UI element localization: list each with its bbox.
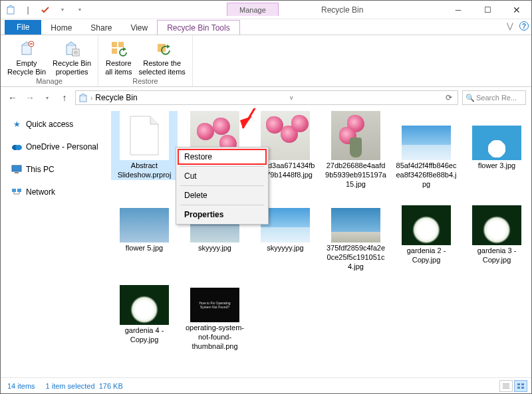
- title-bar: | ▾ ▾ Manage Recycle Bin ─ ☐ ✕: [1, 1, 531, 19]
- file-item-gardenia-4[interactable]: gardenia 4 - Copy.jpg: [111, 281, 178, 345]
- recycle-bin-properties-button[interactable]: Recycle Bin properties: [50, 38, 94, 77]
- forward-button[interactable]: →: [23, 91, 37, 104]
- svg-rect-19: [521, 383, 524, 385]
- tab-file[interactable]: File: [5, 20, 41, 35]
- file-item-flower-3[interactable]: flower 3.jpg: [464, 111, 530, 171]
- bin-properties-label: Recycle Bin properties: [53, 59, 91, 76]
- qat-checkmark-icon[interactable]: [38, 3, 53, 17]
- image-thumbnail: [120, 285, 169, 325]
- tab-home[interactable]: Home: [41, 21, 81, 35]
- nav-onedrive[interactable]: OneDrive - Personal: [10, 139, 102, 155]
- restore-all-label: Restore all items: [105, 59, 132, 76]
- ribbon-group-manage: Manage: [36, 77, 63, 86]
- back-button[interactable]: ←: [6, 91, 19, 104]
- minimize-button[interactable]: ─: [444, 1, 473, 19]
- image-thumbnail: [331, 111, 380, 160]
- up-button[interactable]: ↑: [58, 91, 71, 104]
- svg-rect-0: [7, 7, 14, 14]
- context-menu-separator: [180, 166, 264, 167]
- file-label: Abstract Slideshow.prproj: [112, 161, 176, 180]
- address-dropdown-icon[interactable]: v: [290, 94, 293, 101]
- context-menu: Restore Cut Delete Properties: [176, 147, 269, 225]
- search-icon: 🔍: [466, 94, 475, 102]
- tab-view[interactable]: View: [121, 21, 157, 35]
- file-item-sky-1[interactable]: 85af4d2f4ffb846ecea8f3426f8e88b4.jpg: [393, 111, 460, 189]
- file-label: flower 5.jpg: [112, 244, 176, 253]
- recent-locations-dropdown[interactable]: ▾: [41, 91, 54, 104]
- nav-this-pc-label: This PC: [26, 165, 55, 174]
- context-menu-restore[interactable]: Restore: [178, 149, 267, 165]
- empty-bin-icon: [17, 39, 36, 58]
- breadcrumb-chevron-icon[interactable]: ›: [90, 94, 92, 102]
- qat-separator: |: [21, 3, 35, 17]
- file-thumbnail: [120, 111, 169, 160]
- file-label: gardenia 2 - Copy.jpg: [394, 246, 458, 265]
- svg-point-11: [15, 145, 22, 150]
- file-item-flower-5[interactable]: flower 5.jpg: [111, 201, 178, 253]
- breadcrumb-location[interactable]: Recycle Bin: [95, 93, 137, 102]
- nav-onedrive-label: OneDrive - Personal: [26, 142, 98, 151]
- nav-this-pc[interactable]: This PC: [10, 161, 102, 177]
- nav-quick-access-label: Quick access: [26, 120, 73, 129]
- context-menu-cut[interactable]: Cut: [178, 168, 267, 184]
- address-bar-row: ← → ▾ ↑ › Recycle Bin v ⟳ 🔍 Search Re...: [1, 87, 531, 108]
- ribbon: Empty Recycle Bin Recycle Bin properties…: [1, 35, 531, 87]
- quick-access-icon: ★: [11, 119, 22, 130]
- status-selection-count: 1 item selected: [46, 382, 95, 390]
- file-label: gardenia 3 - Copy.jpg: [465, 246, 529, 265]
- file-label: skyyyyy.jpg: [253, 244, 317, 253]
- address-bar[interactable]: › Recycle Bin v ⟳: [75, 90, 458, 105]
- qat-dropdown-icon[interactable]: ▾: [55, 3, 70, 17]
- file-item-rose-vase[interactable]: 27db26688e4aafd9b5939eb915197a15.jpg: [323, 111, 389, 189]
- status-item-count: 14 items: [7, 382, 35, 390]
- svg-rect-15: [17, 189, 21, 192]
- file-label: 27db26688e4aafd9b5939eb915197a15.jpg: [324, 161, 388, 189]
- recycle-bin-icon[interactable]: [3, 3, 18, 17]
- nav-quick-access[interactable]: ★Quick access: [10, 116, 102, 132]
- svg-rect-7: [112, 49, 117, 54]
- view-icons-button[interactable]: [514, 380, 527, 392]
- status-selection-size: 176 KB: [99, 382, 123, 390]
- file-item-gardenia-3[interactable]: gardenia 3 - Copy.jpg: [464, 201, 530, 265]
- refresh-button[interactable]: ⟳: [446, 93, 452, 102]
- window-title: Recycle Bin: [321, 5, 363, 15]
- nav-network-label: Network: [26, 187, 55, 197]
- restore-all-icon: [109, 39, 128, 58]
- tab-recycle-bin-tools[interactable]: Recycle Bin Tools: [157, 20, 240, 35]
- context-menu-properties[interactable]: Properties: [178, 207, 267, 223]
- restore-selected-items-button[interactable]: Restore the selected items: [136, 38, 188, 77]
- restore-all-items-button[interactable]: Restore all items: [102, 38, 134, 77]
- context-menu-delete[interactable]: Delete: [178, 187, 267, 203]
- image-thumbnail: [331, 208, 380, 243]
- help-icon[interactable]: ?: [519, 21, 529, 31]
- view-details-button[interactable]: [499, 380, 513, 392]
- empty-recycle-bin-button[interactable]: Empty Recycle Bin: [5, 38, 49, 77]
- search-box[interactable]: 🔍 Search Re...: [462, 90, 526, 105]
- file-item-abstract-slideshow[interactable]: Abstract Slideshow.prproj: [111, 111, 178, 180]
- items-view[interactable]: Abstract Slideshow.prproj 588d3aa671434f…: [103, 108, 531, 373]
- close-button[interactable]: ✕: [502, 1, 531, 19]
- file-label: flower 3.jpg: [465, 161, 529, 171]
- bin-properties-icon: [63, 39, 81, 58]
- network-icon: [11, 187, 22, 197]
- file-item-city-sky[interactable]: 375fdf2859c4fa2e0ce25f5c191051c4.jpg: [323, 201, 389, 271]
- this-pc-icon: [11, 164, 22, 175]
- context-menu-separator: [180, 185, 264, 186]
- maximize-button[interactable]: ☐: [473, 1, 502, 19]
- image-thumbnail: [402, 126, 451, 160]
- image-thumbnail: [472, 126, 521, 160]
- tab-share[interactable]: Share: [81, 21, 121, 35]
- svg-rect-5: [112, 42, 117, 47]
- file-item-os-not-found[interactable]: How to Fix OperatingSystem Not Found? op…: [182, 281, 248, 351]
- context-menu-separator: [180, 205, 264, 205]
- nav-network[interactable]: Network: [10, 184, 102, 200]
- image-thumbnail: How to Fix OperatingSystem Not Found?: [190, 288, 239, 322]
- svg-rect-1: [22, 45, 31, 54]
- qat-overflow[interactable]: ▾: [72, 3, 87, 17]
- onedrive-icon: [11, 142, 22, 152]
- file-label: operating-system-not-found-thumbnail.png: [183, 324, 247, 351]
- ribbon-group-restore: Restore: [132, 77, 158, 86]
- collapse-ribbon-icon[interactable]: ⋁: [505, 21, 515, 31]
- svg-rect-14: [12, 189, 16, 192]
- file-item-gardenia-2[interactable]: gardenia 2 - Copy.jpg: [393, 201, 460, 265]
